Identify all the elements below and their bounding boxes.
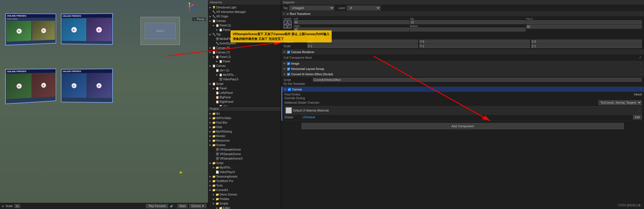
material-options[interactable]: ⋮ [638, 109, 641, 112]
canvas-component-header[interactable]: 👁 Canvas ⋮ [282, 87, 644, 92]
img-checkbox[interactable] [287, 62, 290, 65]
cve-checkbox[interactable] [287, 73, 290, 76]
hierarchy-item[interactable]: ▶ 📋 MyXRTe... [208, 72, 281, 77]
stats-btn[interactable]: Stats [177, 204, 188, 208]
pivot-x: X 0.5 [307, 36, 314, 39]
project-item[interactable]: ▶ 📁 Resources [208, 138, 281, 143]
add-component-btn[interactable]: Add Component [302, 123, 624, 129]
hierarchy-item[interactable]: ▶ 📋 Panel (1) [208, 23, 281, 28]
shader-channels-dropdown[interactable]: TexCoord1, Normal, Tangent [598, 100, 642, 105]
rot-x[interactable] [307, 40, 418, 44]
left-value[interactable] [294, 20, 409, 24]
project-item[interactable]: 📄 VideoPlayUI [208, 170, 281, 174]
cve-options[interactable]: ⋮ [640, 73, 642, 76]
project-item[interactable]: ▶ 📁 CurvedUI [208, 188, 281, 192]
project-item[interactable]: 🎬 VRSampleScene3 [208, 156, 281, 161]
cr-options[interactable]: ⋮ [640, 51, 642, 54]
script-label: Script [284, 78, 312, 81]
project-item[interactable]: ▶ 📁 Art [208, 111, 281, 116]
cve-header[interactable]: 👁 Curved Ui Vertex Effect (Script) ⋮ [281, 72, 644, 77]
hierarchy-item[interactable]: ▶ 🔧 Top [208, 32, 281, 37]
hierarchy-item[interactable]: ▶ 📋 Panel [208, 28, 281, 32]
scale-z[interactable] [531, 44, 642, 48]
hierarchy-item[interactable]: ▶ 📋 Canvas [208, 63, 281, 68]
canvas-eye[interactable]: 👁 [284, 88, 287, 91]
anchors-label: Anchors [284, 32, 306, 35]
hierarchy-item[interactable]: ▶ 📋 Canvas (7) [208, 50, 281, 54]
hlg-options[interactable]: ⋮ [640, 67, 642, 71]
project-item[interactable]: ▶ 📁 AVProVideo [208, 116, 281, 120]
val65b[interactable] [526, 25, 642, 29]
hierarchy-item[interactable]: ▶ 📋 Panel [208, 59, 281, 63]
hierarchy-item[interactable]: 📋 RightPanel [208, 99, 281, 104]
project-item[interactable]: ▶ 📁 Render [208, 134, 281, 138]
canvas-renderer-header[interactable]: 👁 Canvas Renderer ⋮ [281, 49, 644, 54]
hlg-header[interactable]: 👁 Horizontal Layout Group ⋮ [281, 66, 644, 71]
project-item[interactable]: ▶ 📁 Scenes [208, 143, 281, 147]
project-item[interactable]: 🎬 VRSampleScene [208, 152, 281, 156]
layer-dropdown[interactable]: UI [347, 6, 381, 10]
edit-btn[interactable]: Edit [633, 115, 642, 119]
rot-y[interactable] [419, 40, 530, 44]
project-item[interactable]: ▶ 📁 MyXRSeting [208, 129, 281, 134]
hierarchy-item[interactable]: ▶ 🔧 XR Origin [208, 14, 281, 19]
project-item[interactable]: ▶ 📁 Tools [208, 183, 281, 188]
project-item[interactable]: ▶ 📁 Scripts [208, 201, 281, 206]
rot-z[interactable] [531, 40, 642, 44]
hierarchy-item[interactable]: 🔧 XR Interaction Manager [208, 10, 281, 14]
override-sorting-label: Override Sorting [284, 97, 642, 100]
project-item[interactable]: 🎬 VRSampleScene [208, 147, 281, 152]
gizmos-btn[interactable]: Gizmos ▼ [189, 204, 206, 208]
hierarchy-item[interactable]: 📋 LeftsPanel [208, 90, 281, 95]
project-item[interactable]: ▶ 📁 Demo Scenes [208, 192, 281, 197]
project-item[interactable]: ▶ 📁 TextMesh Pro [208, 179, 281, 183]
hierarchy-item[interactable]: 📋 BigPanel [208, 95, 281, 99]
project-item[interactable]: ▶ 📁 StreamingAssets [208, 174, 281, 179]
project-item[interactable]: ▶ 📁 Prefabs [208, 197, 281, 201]
project-item[interactable]: ▶ 📁 Editor [208, 206, 281, 209]
scale-x[interactable] [307, 44, 418, 48]
img-eye[interactable]: 👁 [283, 62, 286, 65]
play-focused-btn[interactable]: Play Focused [146, 204, 168, 208]
hierarchy-item[interactable]: ▶ 💡 Directional Light [208, 5, 281, 10]
gizmo-axes [184, 2, 195, 12]
rect-transform-header[interactable]: ▼ ⊞ Rect Transform ⋮ [281, 11, 644, 16]
hierarchy-item[interactable]: ▶ 📋 Canvas [208, 19, 281, 23]
top-value[interactable] [410, 20, 525, 24]
project-item[interactable]: ▶ 📁 MyXRTe... [208, 165, 281, 170]
img-options[interactable]: ⋮ [640, 62, 642, 65]
tag-dropdown[interactable]: Untagged [289, 6, 334, 10]
hierarchy-item[interactable]: 📋 xbr> [208, 104, 281, 106]
hierarchy-item[interactable]: 🎬 VideoPlayUI [208, 77, 281, 81]
shader-value[interactable]: UI/Default [302, 116, 632, 119]
hierarchy-item[interactable]: ▶ 📋 Panel [208, 86, 281, 90]
hlg-eye[interactable]: 👁 [283, 67, 286, 71]
cve-eye[interactable]: 👁 [283, 73, 286, 76]
canvas-comp-options[interactable]: ⋮ [640, 88, 642, 91]
hierarchy-item[interactable]: 🎬 MediaPlayer [208, 37, 281, 41]
hierarchy-item[interactable]: ▶ 📋 Script [208, 81, 281, 86]
hierarchy-item[interactable]: ▶ 📋 Canvas (5) [208, 46, 281, 50]
cr-checkbox[interactable] [287, 51, 290, 54]
cr-eye[interactable]: 👁 [283, 51, 286, 54]
script-value[interactable] [313, 78, 642, 82]
hierarchy-item[interactable]: ▶ 📋 Panel (1) [208, 54, 281, 59]
right-value[interactable] [294, 28, 409, 31]
scale-y[interactable] [419, 44, 530, 48]
rt-options[interactable]: ⋮ [640, 12, 642, 15]
inspector-header: Inspector [281, 0, 644, 5]
scale-value[interactable]: 1x [14, 204, 20, 208]
project-item[interactable]: ▶ 📁 Fast Blur [208, 120, 281, 125]
project-item[interactable]: ▶ 📁 Script [208, 161, 281, 165]
project-item[interactable]: ▶ 📁 Glob [208, 125, 281, 129]
canvas-renderer-section: 👁 Canvas Renderer ⋮ Cull Transparent Mes… [281, 49, 644, 61]
hierarchy-item[interactable]: 📋 xbr> (1) [208, 68, 281, 72]
posz-value[interactable] [526, 20, 642, 24]
bottom-value[interactable] [410, 28, 525, 31]
hlg-checkbox[interactable] [287, 67, 290, 71]
audio-icon[interactable]: 🔊 [170, 205, 173, 208]
canvas-component-section: 👁 Canvas ⋮ Pixel Perfect Inherit Overrid… [281, 87, 644, 121]
image-header[interactable]: 👁 Image ⋮ [281, 61, 644, 66]
hierarchy-item[interactable]: 🔧 EventSystem [208, 41, 281, 46]
canvas-checkbox[interactable] [288, 88, 291, 91]
